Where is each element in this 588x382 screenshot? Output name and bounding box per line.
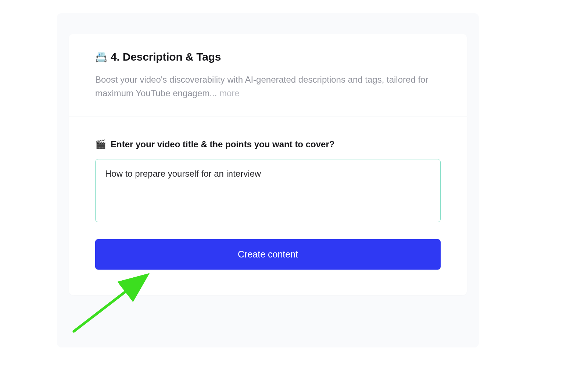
- video-title-input-wrap[interactable]: [95, 159, 441, 222]
- clapper-icon: 🎬: [95, 140, 106, 149]
- card-header: 📇 4. Description & Tags Boost your video…: [69, 34, 467, 116]
- form-card: 📇 4. Description & Tags Boost your video…: [69, 34, 467, 295]
- card-index-icon: 📇: [95, 52, 107, 62]
- input-label: Enter your video title & the points you …: [111, 139, 334, 149]
- more-link[interactable]: more: [219, 88, 240, 98]
- section-subtitle: Boost your video's discoverability with …: [95, 73, 441, 100]
- page-container: 📇 4. Description & Tags Boost your video…: [57, 13, 479, 347]
- video-title-input[interactable]: [105, 167, 431, 212]
- create-content-button[interactable]: Create content: [95, 239, 441, 270]
- section-title: 4. Description & Tags: [111, 51, 221, 63]
- input-label-row: 🎬 Enter your video title & the points yo…: [95, 139, 441, 149]
- section-title-row: 📇 4. Description & Tags: [95, 51, 441, 63]
- card-body: 🎬 Enter your video title & the points yo…: [69, 116, 467, 295]
- subtitle-text: Boost your video's discoverability with …: [95, 75, 428, 98]
